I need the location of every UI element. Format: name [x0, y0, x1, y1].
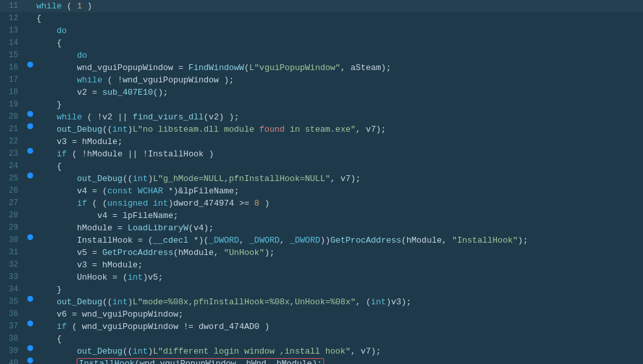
code-line-39: 39 out_Debug((int)L"different login wind…: [0, 345, 643, 358]
code-line-27: 27 if ( (unsigned int)dword_474974 >= 8 …: [0, 197, 643, 210]
code-line-18: 18 v2 = sub_407E10();: [0, 86, 643, 99]
code-text: }: [36, 284, 640, 296]
line-number: 23: [3, 148, 26, 160]
code-line-20: 20 while ( !v2 || find_viurs_dll(v2) );: [0, 111, 643, 123]
line-number: 34: [3, 284, 26, 296]
dot-indicator: [26, 111, 34, 117]
code-line-32: 32 v3 = hModule;: [0, 259, 643, 271]
code-text: out_Debug((int)L"mode=%08x,pfnInstallHoo…: [36, 296, 640, 308]
dot-indicator: [26, 321, 34, 326]
code-line-30: 30 InstallHook = (__cdecl *)(_DWORD, _DW…: [0, 234, 643, 247]
code-text: while ( !v2 || find_viurs_dll(v2) );: [36, 111, 640, 123]
dot-indicator: [26, 345, 34, 351]
code-line-13: 13 do: [0, 25, 643, 37]
code-text: hModule = LoadLibraryW(v4);: [36, 222, 640, 234]
code-text: out_Debug((int)L"g_hMode=NULL,pfnInstall…: [36, 173, 640, 185]
code-text: }: [36, 99, 640, 111]
code-line-31: 31 v5 = GetProcAddress(hModule, "UnHook"…: [0, 247, 643, 259]
code-text: do: [36, 49, 640, 62]
code-line-38: 38 {: [0, 333, 643, 345]
line-number: 31: [3, 247, 26, 259]
code-line-21: 21 out_Debug((int)L"no libsteam.dll modu…: [0, 123, 643, 136]
line-number: 28: [3, 210, 26, 222]
code-line-35: 35 out_Debug((int)L"mode=%08x,pfnInstall…: [0, 296, 643, 308]
code-text: out_Debug((int)L"no libsteam.dll module …: [36, 123, 640, 136]
line-number: 11: [3, 0, 26, 12]
dot-indicator: [26, 62, 34, 67]
dot-indicator: [26, 358, 34, 363]
code-text: while ( 1 ): [36, 0, 640, 12]
dot-indicator: [26, 148, 34, 154]
code-line-36: 36 v6 = wnd_vguiPopupWindow;: [0, 308, 643, 321]
line-number: 37: [3, 321, 26, 333]
line-number: 27: [3, 197, 26, 210]
code-line-26: 26 v4 = (const WCHAR *)&lpFileName;: [0, 185, 643, 197]
line-number: 26: [3, 185, 26, 197]
line-number: 24: [3, 160, 26, 173]
code-line-22: 22 v3 = hModule;: [0, 136, 643, 148]
code-line-33: 33 UnHook = (int)v5;: [0, 271, 643, 284]
code-text: v4 = lpFileName;: [36, 210, 640, 222]
dot-indicator: [26, 296, 34, 302]
code-line-24: 24 {: [0, 160, 643, 173]
code-text: v5 = GetProcAddress(hModule, "UnHook");: [36, 247, 640, 259]
dot-indicator: [26, 123, 34, 129]
line-number: 18: [3, 86, 26, 99]
code-text: InstallHook = (__cdecl *)(_DWORD, _DWORD…: [36, 234, 640, 247]
dot-indicator: [26, 173, 34, 178]
line-number: 38: [3, 333, 26, 345]
code-text: while ( !wnd_vguiPopupWindow );: [36, 74, 640, 86]
code-text: v3 = hModule;: [36, 136, 640, 148]
line-number: 15: [3, 49, 26, 62]
line-number: 39: [3, 345, 26, 358]
code-text: out_Debug((int)L"different login window …: [36, 345, 640, 358]
code-line-28: 28 v4 = lpFileName;: [0, 210, 643, 222]
code-line-15: 15 do: [0, 49, 643, 62]
line-number: 35: [3, 296, 26, 308]
code-line-12: 12 {: [0, 12, 643, 25]
line-number: 33: [3, 271, 26, 284]
code-text: wnd_vguiPopupWindow = FindWindowW(L"vgui…: [36, 62, 640, 74]
line-number: 36: [3, 308, 26, 321]
code-line-19: 19 }: [0, 99, 643, 111]
code-line-29: 29 hModule = LoadLibraryW(v4);: [0, 222, 643, 234]
code-text: if ( wnd_vguiPopupWindow != dword_474AD0…: [36, 321, 640, 333]
code-text: v4 = (const WCHAR *)&lpFileName;: [36, 185, 640, 197]
code-line-23: 23 if ( !hModule || !InstallHook ): [0, 148, 643, 160]
line-number: 32: [3, 259, 26, 271]
code-text: if ( !hModule || !InstallHook ): [36, 148, 640, 160]
line-number: 40: [3, 358, 26, 364]
code-text: UnHook = (int)v5;: [36, 271, 640, 284]
line-number: 13: [3, 25, 26, 37]
code-line-40: 40 InstallHook(wnd_vguiPopupWindow, hWnd…: [0, 358, 643, 364]
line-number: 17: [3, 74, 26, 86]
code-text: v3 = hModule;: [36, 259, 640, 271]
code-container: 11 while ( 1 ) 12 { 13 do 14 { 15 do 16 …: [0, 0, 643, 364]
dot-indicator: [26, 234, 34, 240]
code-line-37: 37 if ( wnd_vguiPopupWindow != dword_474…: [0, 321, 643, 333]
code-text: v2 = sub_407E10();: [36, 86, 640, 99]
line-number: 14: [3, 37, 26, 49]
line-number: 21: [3, 123, 26, 136]
code-text: InstallHook(wnd_vguiPopupWindow, hWnd, h…: [36, 358, 640, 364]
code-line-34: 34 }: [0, 284, 643, 296]
code-line-17: 17 while ( !wnd_vguiPopupWindow );: [0, 74, 643, 86]
code-text: if ( (unsigned int)dword_474974 >= 8 ): [36, 197, 640, 210]
line-number: 20: [3, 111, 26, 123]
line-number: 22: [3, 136, 26, 148]
code-line-16: 16 wnd_vguiPopupWindow = FindWindowW(L"v…: [0, 62, 643, 74]
code-text: {: [36, 160, 640, 173]
line-number: 19: [3, 99, 26, 111]
code-text: {: [36, 12, 640, 25]
line-number: 25: [3, 173, 26, 185]
code-line-25: 25 out_Debug((int)L"g_hMode=NULL,pfnInst…: [0, 173, 643, 185]
line-number: 12: [3, 12, 26, 25]
line-number: 29: [3, 222, 26, 234]
code-text: v6 = wnd_vguiPopupWindow;: [36, 308, 640, 321]
code-text: {: [36, 333, 640, 345]
code-text: {: [36, 37, 640, 49]
line-number: 16: [3, 62, 26, 74]
code-text: do: [36, 25, 640, 37]
line-number: 30: [3, 234, 26, 247]
code-line-11: 11 while ( 1 ): [0, 0, 643, 12]
